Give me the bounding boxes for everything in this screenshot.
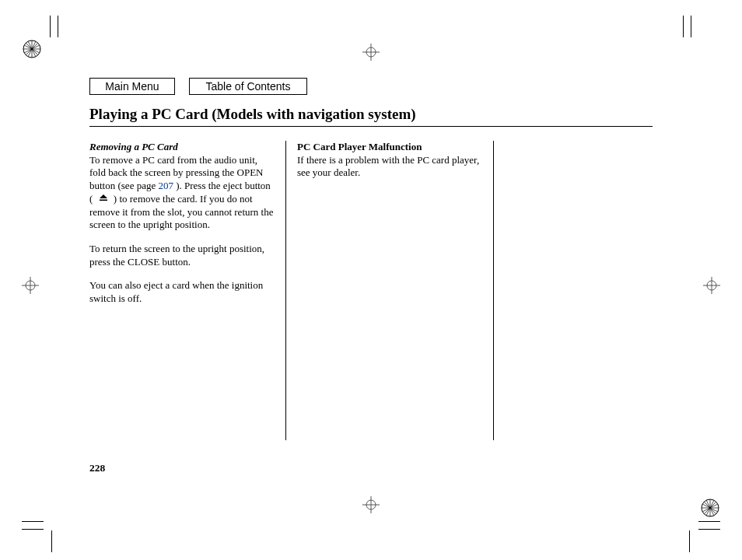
section-heading-removing: Removing a PC Card (89, 141, 178, 152)
body-text: You can also eject a card when the ignit… (89, 279, 275, 305)
eject-icon (96, 193, 111, 206)
body-text: If there is a problem with the PC card p… (297, 154, 479, 179)
column-1: Removing a PC Card To remove a PC card f… (89, 141, 286, 440)
column-2: PC Card Player Malfunction If there is a… (286, 141, 494, 440)
page-link-207[interactable]: 207 (158, 180, 173, 191)
page-number: 228 (89, 462, 105, 474)
title-rule (89, 126, 653, 127)
registration-mark-icon (362, 496, 380, 516)
registration-mark-icon (362, 44, 380, 64)
body-text: ) to remove the card. If you do not remo… (89, 193, 273, 231)
svg-rect-31 (100, 200, 107, 201)
nav-row: Main Menu Table of Contents (89, 78, 653, 95)
color-bar-icon (700, 498, 720, 521)
columns: Removing a PC Card To remove a PC card f… (89, 141, 653, 440)
page-content: Main Menu Table of Contents Playing a PC… (89, 78, 653, 474)
toc-button[interactable]: Table of Contents (189, 78, 307, 95)
color-bar-icon (22, 39, 42, 62)
body-text: To return the screen to the upright posi… (89, 243, 275, 268)
registration-mark-icon (22, 277, 39, 297)
svg-marker-30 (100, 194, 107, 198)
page-title: Playing a PC Card (Models with navigatio… (89, 106, 653, 123)
registration-mark-icon (703, 277, 720, 297)
section-heading-malfunction: PC Card Player Malfunction (297, 141, 422, 152)
main-menu-button[interactable]: Main Menu (89, 78, 175, 95)
